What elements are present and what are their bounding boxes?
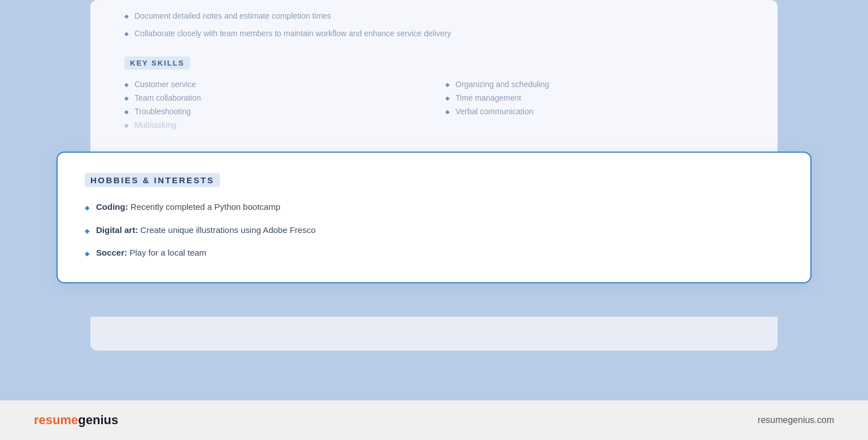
logo: resumegenius <box>34 413 118 428</box>
hobbies-interests-card: HOBBIES & INTERESTS ◆ Coding: Recently c… <box>57 152 811 283</box>
skill-verbal-communication: ◆ Verbal communication <box>445 107 744 116</box>
bullet-item-1: ◆ Document detailed notes and estimate c… <box>124 10 744 22</box>
hobby-desc-soccer: Play for a local team <box>129 248 206 257</box>
logo-resume: resume <box>34 413 78 427</box>
footer: resumegenius resumegenius.com <box>0 400 868 440</box>
hobby-label-soccer: Soccer: <box>96 248 127 257</box>
bullet-diamond-icon: ◆ <box>124 29 129 38</box>
hobbies-heading: HOBBIES & INTERESTS <box>85 173 220 187</box>
hobby-bullet-icon: ◆ <box>85 226 89 236</box>
hobby-item-digital-art: ◆ Digital art: Create unique illustratio… <box>85 224 783 237</box>
hobby-item-coding: ◆ Coding: Recently completed a Python bo… <box>85 201 783 214</box>
hobby-desc-digital-art: Create unique illustrations using Adobe … <box>140 225 315 235</box>
hobby-bullet-icon: ◆ <box>85 249 89 258</box>
logo-genius: genius <box>78 413 118 427</box>
hobby-label-digital-art: Digital art: <box>96 225 138 235</box>
hobby-label-coding: Coding: <box>96 202 128 212</box>
skill-customer-service: ◆ Customer service <box>124 80 423 89</box>
footer-url: resumegenius.com <box>758 415 834 425</box>
skill-bullet-icon: ◆ <box>124 95 129 101</box>
hobby-item-soccer: ◆ Soccer: Play for a local team <box>85 247 783 260</box>
bullet-item-2: ◆ Collaborate closely with team members … <box>124 28 744 40</box>
skill-troubleshooting: ◆ Troubleshooting <box>124 107 423 116</box>
skill-time-management: ◆ Time management <box>445 93 744 102</box>
hobby-desc-coding: Recently completed a Python bootcamp <box>131 202 280 212</box>
skill-bullet-icon: ◆ <box>445 109 450 115</box>
skill-bullet-icon: ◆ <box>124 81 129 88</box>
skill-bullet-icon: ◆ <box>124 109 129 115</box>
skill-team-collaboration: ◆ Team collaboration <box>124 93 423 102</box>
hobby-bullet-icon: ◆ <box>85 203 89 213</box>
key-skills-heading: KEY SKILLS <box>124 57 190 70</box>
skill-bullet-icon: ◆ <box>124 122 129 128</box>
skill-bullet-icon: ◆ <box>445 95 450 101</box>
skill-bullet-icon: ◆ <box>445 81 450 88</box>
skill-organizing: ◆ Organizing and scheduling <box>445 80 744 89</box>
bullet-diamond-icon: ◆ <box>124 12 129 20</box>
skill-multitasking: ◆ Multitasking <box>124 120 423 130</box>
